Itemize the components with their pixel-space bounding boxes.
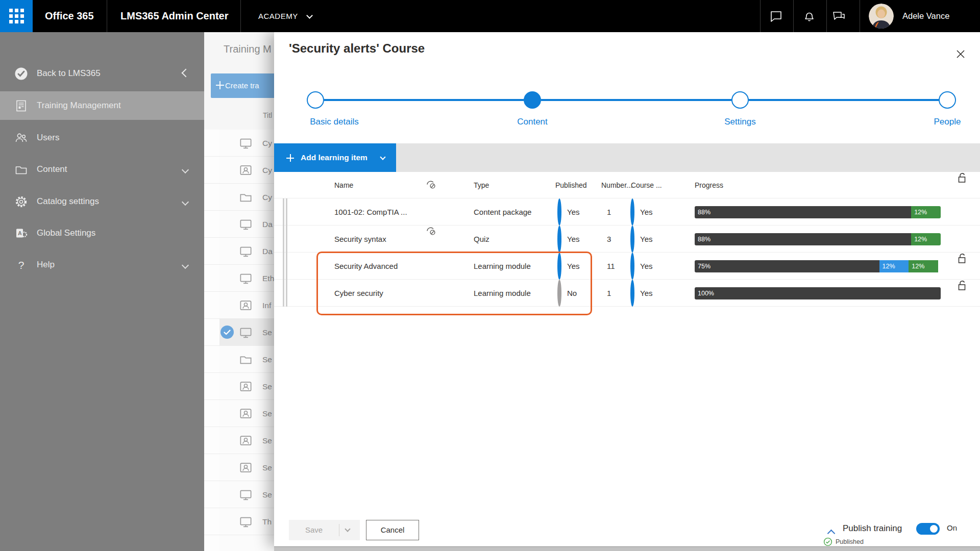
monitor-icon <box>239 136 253 150</box>
chevron-down-icon[interactable] <box>306 12 313 19</box>
toggle-state-label: On <box>947 523 957 532</box>
lock-open-icon[interactable] <box>957 280 969 307</box>
feedback-button[interactable] <box>832 9 846 23</box>
training-list: CyCyCyDaDaEthInfSeSeSeSeSeSeSeTh <box>204 130 274 551</box>
column-header-type[interactable]: Type <box>474 172 489 198</box>
gear-icon <box>14 195 28 209</box>
topbar-divider <box>240 0 241 32</box>
step-label-settings[interactable]: Settings <box>724 117 755 127</box>
training-list-row[interactable]: Cy <box>204 157 274 184</box>
cancel-button[interactable]: Cancel <box>366 520 419 540</box>
column-header-progress[interactable]: Progress <box>695 172 723 198</box>
published-value: Yes <box>567 198 579 226</box>
row-gutter <box>204 373 219 399</box>
sidebar-item-back-to-lms365[interactable]: Back to LMS365 <box>0 59 204 88</box>
course-value: Yes <box>640 226 652 253</box>
save-button[interactable]: Save <box>289 520 360 540</box>
column-header-course[interactable]: Course ... <box>631 172 662 198</box>
avatar[interactable] <box>869 4 894 29</box>
create-training-button[interactable]: Create tra <box>211 73 274 98</box>
row-gutter <box>204 508 219 535</box>
row-gutter <box>204 535 219 551</box>
folder-icon <box>239 190 253 204</box>
drag-handle-icon[interactable] <box>283 280 287 307</box>
notifications-button[interactable] <box>802 9 816 23</box>
chevron-up-icon[interactable] <box>827 530 836 538</box>
column-header-published[interactable]: Published <box>555 172 587 198</box>
learning-item-row[interactable]: Security syntax Quiz Yes 3 Yes 88%12% <box>274 226 980 253</box>
sidebar-item-catalog-settings[interactable]: Catalog settings <box>0 187 204 216</box>
modal-title: 'Security alerts' Course <box>289 41 425 56</box>
training-list-row[interactable]: Se <box>204 400 274 427</box>
drag-handle-icon[interactable] <box>283 226 287 253</box>
office365-link[interactable]: Office 365 <box>45 0 94 32</box>
training-list-row[interactable] <box>204 535 274 551</box>
training-list-row[interactable]: Se <box>204 319 274 346</box>
monitor-icon <box>239 325 253 339</box>
training-list-row[interactable]: Da <box>204 238 274 265</box>
training-list-row[interactable]: Se <box>204 427 274 454</box>
step-basic-details[interactable] <box>307 91 324 109</box>
training-list-row[interactable]: Th <box>204 508 274 535</box>
step-content[interactable] <box>524 91 541 109</box>
training-list-row[interactable]: Eth <box>204 265 274 292</box>
published-value: Yes <box>567 226 579 253</box>
item-type: Content package <box>474 198 531 226</box>
page-bottom-strip <box>274 547 980 551</box>
sidebar-item-global-settings[interactable]: A Global Settings <box>0 219 204 247</box>
drag-handle-icon[interactable] <box>283 198 287 226</box>
sidebar-item-training-management[interactable]: Training Management <box>0 91 204 120</box>
step-label-content[interactable]: Content <box>517 117 548 127</box>
training-list-row[interactable]: Se <box>204 454 274 481</box>
published-value: Yes <box>567 253 579 280</box>
step-label-basic-details[interactable]: Basic details <box>310 117 358 127</box>
training-list-row[interactable]: Inf <box>204 292 274 319</box>
training-list-row[interactable]: Se <box>204 373 274 400</box>
chevron-down-icon[interactable] <box>345 526 350 532</box>
learning-item-row-highlighted[interactable]: Security Advanced Learning module Yes 11… <box>274 253 980 280</box>
add-learning-item-button[interactable]: Add learning item <box>274 143 396 172</box>
column-header-title[interactable]: Titl <box>263 111 272 119</box>
sidebar-item-label: Help <box>37 251 55 279</box>
training-list-row[interactable]: Da <box>204 211 274 238</box>
step-label-people[interactable]: People <box>934 117 961 127</box>
course-status-dot <box>630 253 634 280</box>
lock-open-icon[interactable] <box>957 253 969 280</box>
sidebar-item-users[interactable]: Users <box>0 123 204 152</box>
svg-text:A: A <box>18 230 22 236</box>
lock-open-icon[interactable] <box>957 172 969 198</box>
progress-segment: 88% <box>695 233 911 245</box>
training-list-row[interactable]: Cy <box>204 184 274 211</box>
topbar-divider <box>826 0 827 32</box>
folder-icon <box>14 163 28 177</box>
row-gutter <box>204 211 219 237</box>
academy-menu[interactable]: ACADEMY <box>258 0 298 32</box>
sidebar-item-content[interactable]: Content <box>0 155 204 184</box>
step-settings[interactable] <box>731 91 749 109</box>
row-gutter <box>204 319 219 345</box>
stepper-connector <box>749 99 939 101</box>
learning-item-row-highlighted[interactable]: Cyber security Learning module No 1 Yes … <box>274 280 980 307</box>
column-header-number[interactable]: Number... <box>601 172 632 198</box>
chevron-down-icon <box>182 262 189 269</box>
step-people[interactable] <box>939 91 956 109</box>
monitor-icon <box>239 515 253 529</box>
close-button[interactable] <box>954 47 967 61</box>
drag-handle-icon[interactable] <box>283 253 287 280</box>
topbar-divider <box>760 0 761 32</box>
app-launcher-button[interactable] <box>0 0 33 32</box>
sidebar-item-label: Content <box>37 155 67 184</box>
learning-item-row[interactable]: 1001-02: CompTIA ... Content package Yes… <box>274 198 980 226</box>
training-list-row[interactable]: Se <box>204 346 274 373</box>
training-list-row[interactable]: Se <box>204 481 274 508</box>
user-name[interactable]: Adele Vance <box>902 0 949 32</box>
published-status-dot <box>557 226 561 253</box>
publish-toggle[interactable] <box>916 523 940 535</box>
folder-icon <box>239 353 253 366</box>
column-header-name[interactable]: Name <box>334 172 353 198</box>
sidebar-item-label: Catalog settings <box>37 187 99 216</box>
sidebar-item-help[interactable]: ? Help <box>0 251 204 279</box>
training-list-row[interactable]: Cy <box>204 130 274 157</box>
row-gutter <box>204 454 219 481</box>
chat-button[interactable] <box>769 9 783 23</box>
